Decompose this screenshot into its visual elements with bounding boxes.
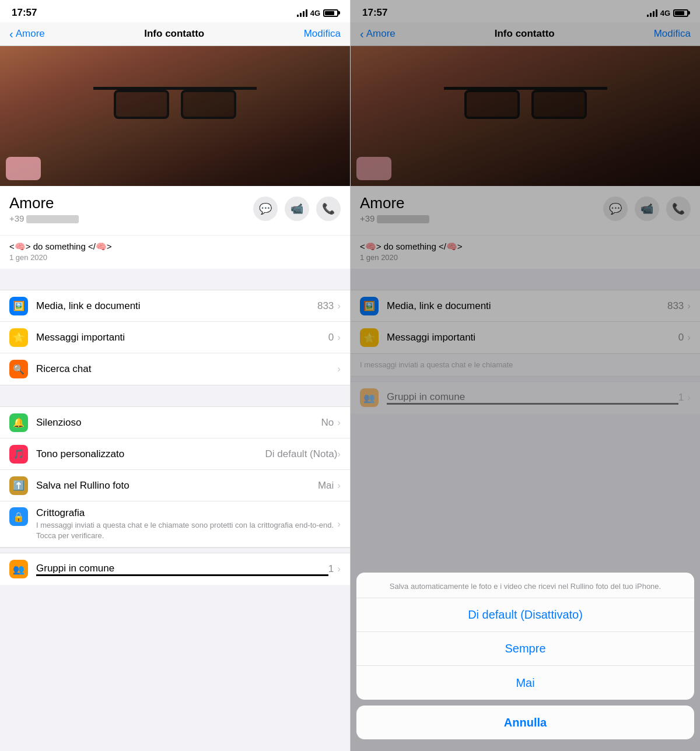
- action-sheet-cancel-label: Annulla: [504, 716, 547, 729]
- save-icon-glyph-left: ⬆️: [13, 480, 24, 491]
- tone-icon-glyph-left: 🎵: [13, 448, 24, 459]
- menu-item-save-left[interactable]: ⬆️ Salva nel Rullino foto Mai ›: [0, 470, 350, 501]
- action-sheet-header-text: Salva automaticamente le foto e i video …: [390, 582, 661, 591]
- phone-icon-left: 📞: [322, 202, 335, 215]
- groups-label-wrapper-left: Gruppi in comune: [36, 563, 328, 576]
- mute-icon-glyph-left: 🔔: [13, 417, 24, 428]
- plushie-left: [6, 157, 41, 180]
- media-label-left: Media, link e documenti: [36, 300, 317, 312]
- battery-icon-left: [323, 9, 338, 17]
- phone-blur-left: [26, 215, 79, 223]
- nav-edit-left[interactable]: Modifica: [304, 28, 341, 40]
- crypto-text-left: Crittografia I messaggi inviati a questa…: [36, 507, 337, 541]
- left-panel: 17:57 4G ‹ Amore Info contatto Modifica: [0, 0, 350, 751]
- tone-icon-left: 🎵: [9, 445, 28, 464]
- message-btn-left[interactable]: 💬: [253, 196, 278, 221]
- menu-item-media-left[interactable]: 🖼️ Media, link e documenti 833 ›: [0, 290, 350, 322]
- starred-icon-glyph-left: ⭐: [13, 332, 24, 343]
- network-type-left: 4G: [310, 9, 320, 17]
- nav-back-label-left: Amore: [16, 28, 45, 40]
- groups-value-left: 1: [328, 563, 334, 575]
- mute-label-left: Silenzioso: [36, 417, 321, 429]
- status-date-left: 1 gen 2020: [9, 253, 341, 262]
- crypto-sub-left: I messaggi inviati a questa chat e le ch…: [36, 520, 337, 541]
- groups-chevron-left: ›: [337, 563, 341, 575]
- mute-chevron-left: ›: [337, 417, 341, 429]
- menu-item-crypto-left[interactable]: 🔒 Crittografia I messaggi inviati a ques…: [0, 501, 350, 548]
- crypto-chevron-left: ›: [337, 518, 341, 530]
- menu-item-tone-left[interactable]: 🎵 Tono personalizzato Di default (Nota) …: [0, 438, 350, 470]
- mute-icon-left: 🔔: [9, 413, 28, 432]
- status-msg-left: <🧠> do something </🧠>: [9, 241, 341, 252]
- groups-underline-left: [36, 574, 328, 576]
- contact-phone-left: +39: [9, 213, 79, 223]
- search-label-left: Ricerca chat: [36, 363, 337, 375]
- glasses-left: [93, 87, 257, 122]
- signal-bar-3: [303, 11, 304, 17]
- action-sheet-cancel-group: Annulla: [356, 706, 694, 739]
- save-chevron-left: ›: [337, 480, 341, 492]
- status-icons-left: 4G: [297, 9, 338, 17]
- media-icon-glyph-left: 🖼️: [13, 300, 24, 311]
- phone-btn-left[interactable]: 📞: [316, 196, 341, 221]
- groups-icon-glyph-left: 👥: [13, 564, 24, 575]
- starred-chevron-left: ›: [337, 332, 341, 343]
- action-sheet-group: Salva automaticamente le foto e i video …: [356, 573, 694, 700]
- battery-fill-left: [325, 11, 334, 15]
- search-chevron-left: ›: [337, 363, 341, 375]
- action-sheet-mai-label: Mai: [516, 676, 534, 690]
- section-divider-1-left: [0, 269, 350, 290]
- video-icon-left: 📹: [290, 202, 303, 215]
- save-icon-left: ⬆️: [9, 476, 28, 495]
- starred-label-left: Messaggi importanti: [36, 332, 328, 343]
- signal-bar-1: [297, 15, 299, 17]
- groups-icon-left: 👥: [9, 560, 28, 578]
- menu-section-1-left: 🖼️ Media, link e documenti 833 › ⭐ Messa…: [0, 290, 350, 385]
- signal-bar-2: [300, 13, 302, 17]
- tone-chevron-left: ›: [337, 448, 341, 460]
- action-sheet-header: Salva automaticamente le foto e i video …: [356, 573, 694, 598]
- contact-info-left: Amore +39 💬 📹 📞: [0, 186, 350, 235]
- right-panel: 17:57 4G ‹ Amore Info contatto Modifica: [350, 0, 700, 751]
- action-sheet-default-label: Di default (Disattivato): [468, 608, 583, 622]
- search-icon-glyph-left: 🔍: [13, 364, 24, 375]
- contact-name-left: Amore: [9, 194, 79, 212]
- glasses-lens-left-2: [181, 90, 236, 119]
- mute-value-left: No: [321, 417, 334, 429]
- groups-item-left[interactable]: 👥 Gruppi in comune 1 ›: [0, 553, 350, 585]
- action-sheet-cancel-btn[interactable]: Annulla: [356, 706, 694, 739]
- starred-icon-left: ⭐: [9, 328, 28, 347]
- media-value-left: 833: [317, 300, 334, 312]
- action-sheet-sempre-label: Sempre: [505, 642, 545, 655]
- nav-bar-left: ‹ Amore Info contatto Modifica: [0, 22, 350, 46]
- media-icon-left: 🖼️: [9, 297, 28, 315]
- nav-title-left: Info contatto: [144, 28, 204, 40]
- profile-image-left: [0, 46, 350, 186]
- status-time-left: 17:57: [12, 7, 37, 19]
- menu-item-starred-left[interactable]: ⭐ Messaggi importanti 0 ›: [0, 322, 350, 353]
- action-sheet-default[interactable]: Di default (Disattivato): [356, 598, 694, 632]
- media-chevron-left: ›: [337, 300, 341, 312]
- signal-bars-left: [297, 9, 307, 17]
- tone-detail-left: Di default (Nota): [265, 448, 338, 460]
- save-value-left: Mai: [318, 480, 334, 492]
- save-label-left: Salva nel Rullino foto: [36, 480, 318, 492]
- menu-item-search-left[interactable]: 🔍 Ricerca chat ›: [0, 353, 350, 385]
- status-section-left: <🧠> do something </🧠> 1 gen 2020: [0, 235, 350, 269]
- tone-label-left: Tono personalizzato: [36, 448, 265, 460]
- back-chevron-icon-left: ‹: [9, 28, 13, 40]
- section-divider-2-left: [0, 385, 350, 406]
- crypto-icon-left: 🔒: [9, 507, 28, 526]
- glasses-lens-left-1: [114, 90, 169, 119]
- crypto-title-left: Crittografia: [36, 507, 337, 519]
- action-sheet-sempre[interactable]: Sempre: [356, 632, 694, 666]
- action-sheet-mai[interactable]: Mai: [356, 666, 694, 700]
- message-icon-left: 💬: [259, 202, 272, 215]
- crypto-icon-glyph-left: 🔒: [13, 511, 24, 522]
- nav-back-left[interactable]: ‹ Amore: [9, 28, 45, 40]
- video-btn-left[interactable]: 📹: [285, 196, 309, 221]
- groups-section-left: 👥 Gruppi in comune 1 ›: [0, 553, 350, 585]
- menu-section-2-left: 🔔 Silenzioso No › 🎵 Tono personalizzato …: [0, 406, 350, 548]
- starred-value-left: 0: [328, 332, 334, 343]
- menu-item-mute-left[interactable]: 🔔 Silenzioso No ›: [0, 407, 350, 438]
